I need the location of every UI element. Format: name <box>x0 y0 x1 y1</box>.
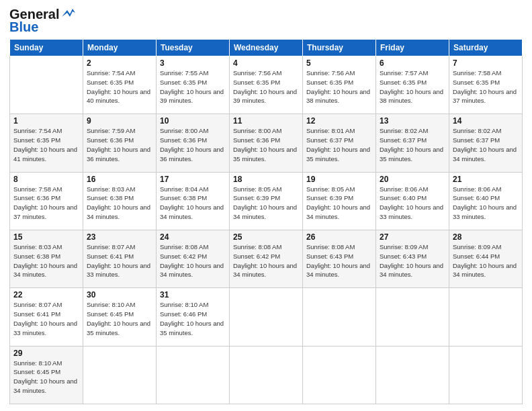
calendar-cell: 3 Sunrise: 7:55 AMSunset: 6:35 PMDayligh… <box>157 56 230 114</box>
day-number: 19 <box>306 175 372 184</box>
day-number: 8 <box>13 175 79 184</box>
calendar-cell <box>83 346 157 404</box>
day-info: Sunrise: 8:07 AMSunset: 6:41 PMDaylight:… <box>87 243 150 278</box>
calendar-cell: 9 Sunrise: 7:59 AMSunset: 6:36 PMDayligh… <box>83 114 157 172</box>
day-number: 15 <box>13 232 79 242</box>
calendar: SundayMondayTuesdayWednesdayThursdayFrid… <box>9 39 523 404</box>
day-number: 30 <box>87 290 152 300</box>
calendar-cell: 27 Sunrise: 8:09 AMSunset: 6:43 PMDaylig… <box>376 230 449 287</box>
calendar-cell <box>157 346 230 404</box>
calendar-cell: 19 Sunrise: 8:05 AMSunset: 6:39 PMDaylig… <box>303 172 376 230</box>
day-info: Sunrise: 8:08 AMSunset: 6:43 PMDaylight:… <box>306 243 370 278</box>
day-number: 6 <box>380 58 445 68</box>
day-info: Sunrise: 8:08 AMSunset: 6:42 PMDaylight:… <box>233 243 297 278</box>
day-info: Sunrise: 8:10 AMSunset: 6:45 PMDaylight:… <box>13 359 77 394</box>
day-info: Sunrise: 8:08 AMSunset: 6:42 PMDaylight:… <box>160 243 224 278</box>
day-number: 9 <box>87 116 152 126</box>
day-info: Sunrise: 8:04 AMSunset: 6:38 PMDaylight:… <box>160 185 224 220</box>
day-number: 14 <box>453 116 519 126</box>
day-info: Sunrise: 7:59 AMSunset: 6:36 PMDaylight:… <box>87 127 150 162</box>
calendar-cell: 8 Sunrise: 7:58 AMSunset: 6:36 PMDayligh… <box>10 172 83 230</box>
col-header-friday: Friday <box>376 40 449 56</box>
day-number: 2 <box>87 58 152 68</box>
logo-blue-text: Blue <box>9 19 38 35</box>
day-info: Sunrise: 7:58 AMSunset: 6:35 PMDaylight:… <box>453 69 517 104</box>
calendar-cell <box>376 288 449 346</box>
calendar-cell: 10 Sunrise: 8:00 AMSunset: 6:36 PMDaylig… <box>157 114 230 172</box>
calendar-cell: 31 Sunrise: 8:10 AMSunset: 6:46 PMDaylig… <box>157 288 230 346</box>
day-info: Sunrise: 7:54 AMSunset: 6:35 PMDaylight:… <box>87 69 150 104</box>
calendar-cell: 16 Sunrise: 8:03 AMSunset: 6:38 PMDaylig… <box>83 172 157 230</box>
col-header-saturday: Saturday <box>449 40 523 56</box>
day-info: Sunrise: 8:06 AMSunset: 6:40 PMDaylight:… <box>380 185 443 220</box>
calendar-cell <box>230 288 303 346</box>
calendar-cell: 30 Sunrise: 8:10 AMSunset: 6:45 PMDaylig… <box>83 288 157 346</box>
logo: General Blue <box>9 7 75 35</box>
calendar-cell: 4 Sunrise: 7:56 AMSunset: 6:35 PMDayligh… <box>230 56 303 114</box>
day-info: Sunrise: 7:57 AMSunset: 6:35 PMDaylight:… <box>380 69 443 104</box>
calendar-cell <box>376 346 449 404</box>
day-info: Sunrise: 8:06 AMSunset: 6:40 PMDaylight:… <box>453 185 517 220</box>
calendar-cell: 7 Sunrise: 7:58 AMSunset: 6:35 PMDayligh… <box>449 56 523 114</box>
header: General Blue <box>9 7 523 35</box>
day-number: 18 <box>233 175 299 184</box>
day-info: Sunrise: 8:01 AMSunset: 6:37 PMDaylight:… <box>306 127 370 162</box>
calendar-cell: 23 Sunrise: 8:07 AMSunset: 6:41 PMDaylig… <box>83 230 157 287</box>
day-number: 5 <box>306 58 372 68</box>
day-info: Sunrise: 8:09 AMSunset: 6:43 PMDaylight:… <box>380 243 443 278</box>
day-number: 27 <box>380 232 445 242</box>
calendar-cell: 21 Sunrise: 8:06 AMSunset: 6:40 PMDaylig… <box>449 172 523 230</box>
day-number: 26 <box>306 232 372 242</box>
calendar-cell <box>10 56 83 114</box>
day-info: Sunrise: 8:00 AMSunset: 6:36 PMDaylight:… <box>160 127 224 162</box>
calendar-cell: 14 Sunrise: 8:02 AMSunset: 6:37 PMDaylig… <box>449 114 523 172</box>
day-number: 23 <box>87 232 152 242</box>
calendar-cell: 15 Sunrise: 8:03 AMSunset: 6:38 PMDaylig… <box>10 230 83 287</box>
day-info: Sunrise: 8:02 AMSunset: 6:37 PMDaylight:… <box>380 127 443 162</box>
calendar-cell: 6 Sunrise: 7:57 AMSunset: 6:35 PMDayligh… <box>376 56 449 114</box>
calendar-cell <box>303 346 376 404</box>
col-header-tuesday: Tuesday <box>157 40 230 56</box>
day-info: Sunrise: 8:10 AMSunset: 6:46 PMDaylight:… <box>160 301 224 336</box>
day-number: 28 <box>453 232 519 242</box>
calendar-cell: 20 Sunrise: 8:06 AMSunset: 6:40 PMDaylig… <box>376 172 449 230</box>
day-number: 31 <box>160 290 226 300</box>
col-header-thursday: Thursday <box>303 40 376 56</box>
calendar-cell: 28 Sunrise: 8:09 AMSunset: 6:44 PMDaylig… <box>449 230 523 287</box>
day-info: Sunrise: 7:54 AMSunset: 6:35 PMDaylight:… <box>13 127 77 162</box>
calendar-cell <box>449 288 523 346</box>
day-number: 12 <box>306 116 372 126</box>
day-number: 1 <box>13 116 79 126</box>
calendar-cell: 13 Sunrise: 8:02 AMSunset: 6:37 PMDaylig… <box>376 114 449 172</box>
day-info: Sunrise: 8:02 AMSunset: 6:37 PMDaylight:… <box>453 127 517 162</box>
calendar-cell <box>449 346 523 404</box>
calendar-cell: 12 Sunrise: 8:01 AMSunset: 6:37 PMDaylig… <box>303 114 376 172</box>
day-info: Sunrise: 8:07 AMSunset: 6:41 PMDaylight:… <box>13 301 77 336</box>
day-number: 21 <box>453 175 519 184</box>
day-info: Sunrise: 8:05 AMSunset: 6:39 PMDaylight:… <box>306 185 370 220</box>
day-info: Sunrise: 7:56 AMSunset: 6:35 PMDaylight:… <box>233 69 297 104</box>
calendar-cell: 18 Sunrise: 8:05 AMSunset: 6:39 PMDaylig… <box>230 172 303 230</box>
calendar-cell: 24 Sunrise: 8:08 AMSunset: 6:42 PMDaylig… <box>157 230 230 287</box>
day-info: Sunrise: 7:56 AMSunset: 6:35 PMDaylight:… <box>306 69 370 104</box>
day-number: 10 <box>160 116 226 126</box>
calendar-cell <box>303 288 376 346</box>
day-info: Sunrise: 8:03 AMSunset: 6:38 PMDaylight:… <box>13 243 77 278</box>
day-info: Sunrise: 7:55 AMSunset: 6:35 PMDaylight:… <box>160 69 224 104</box>
day-number: 29 <box>13 349 79 358</box>
calendar-cell: 1 Sunrise: 7:54 AMSunset: 6:35 PMDayligh… <box>10 114 83 172</box>
day-number: 24 <box>160 232 226 242</box>
col-header-monday: Monday <box>83 40 157 56</box>
day-number: 11 <box>233 116 299 126</box>
day-number: 7 <box>453 58 519 68</box>
calendar-cell <box>230 346 303 404</box>
calendar-cell: 11 Sunrise: 8:00 AMSunset: 6:36 PMDaylig… <box>230 114 303 172</box>
day-number: 13 <box>380 116 445 126</box>
day-info: Sunrise: 8:05 AMSunset: 6:39 PMDaylight:… <box>233 185 297 220</box>
day-info: Sunrise: 8:00 AMSunset: 6:36 PMDaylight:… <box>233 127 297 162</box>
day-info: Sunrise: 8:03 AMSunset: 6:38 PMDaylight:… <box>87 185 150 220</box>
calendar-cell: 2 Sunrise: 7:54 AMSunset: 6:35 PMDayligh… <box>83 56 157 114</box>
day-info: Sunrise: 7:58 AMSunset: 6:36 PMDaylight:… <box>13 185 77 220</box>
day-number: 16 <box>87 175 152 184</box>
calendar-cell: 29 Sunrise: 8:10 AMSunset: 6:45 PMDaylig… <box>10 346 83 404</box>
